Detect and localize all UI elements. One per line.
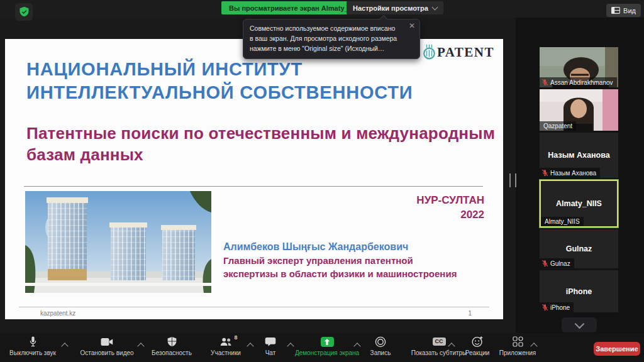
logo-patent-text: PATENT bbox=[437, 45, 494, 60]
author-name: Алимбеков Шыңғыс Жандарбекович bbox=[223, 240, 457, 254]
participant-tile-almaty-niis-active[interactable]: Almaty_NIIS Almaty_NIIS bbox=[540, 180, 618, 228]
zoom-meeting-window: Вы просматриваете экран Almaty_NIIS Наст… bbox=[0, 0, 644, 362]
participant-display-name: Almaty_NIIS bbox=[541, 199, 617, 208]
view-grid-icon bbox=[611, 7, 620, 14]
author-role-line2: экспертизы в области физики и машиностро… bbox=[223, 267, 457, 280]
slide-title: НАЦИОНАЛЬНЫЙ ИНСТИТУТ ИНТЕЛЛЕКТУАЛЬНОЙ С… bbox=[26, 58, 413, 104]
tooltip-close-icon[interactable]: ✕ bbox=[409, 22, 415, 30]
view-settings-button[interactable]: Настройки просмотра bbox=[347, 1, 443, 14]
mute-button[interactable]: Выключить звук bbox=[3, 336, 63, 356]
slide-divider-bottom bbox=[19, 307, 489, 307]
end-meeting-button[interactable]: Завершение bbox=[594, 342, 640, 356]
microphone-icon bbox=[28, 336, 38, 348]
participants-options-chevron[interactable] bbox=[247, 343, 253, 349]
slide-location-year: НУР-СУЛТАН 2022 bbox=[416, 194, 484, 222]
camera-icon bbox=[101, 337, 113, 346]
reactions-smiley-icon bbox=[472, 336, 484, 348]
meeting-toolbar: Выключить звук Остановить видео Безопасн… bbox=[0, 333, 644, 362]
participant-tile-iphone[interactable]: iPhone iPhone bbox=[540, 270, 618, 312]
participant-display-name: iPhone bbox=[540, 287, 618, 296]
stop-video-button[interactable]: Остановить видео bbox=[72, 336, 142, 356]
tooltip-text-line1: Совместно используемое содержимое вписан… bbox=[250, 24, 404, 34]
view-label: Вид bbox=[623, 7, 636, 14]
chat-icon bbox=[265, 337, 276, 347]
participant-tile-nazym[interactable]: Назым Аханова Назым Аханова bbox=[540, 133, 618, 178]
shield-check-icon bbox=[19, 6, 30, 18]
slide-page-number: 1 bbox=[468, 310, 472, 317]
collapse-participants-button[interactable] bbox=[562, 317, 597, 332]
participant-label: Gulnaz bbox=[540, 258, 574, 268]
participants-count-badge: 8 bbox=[234, 334, 237, 341]
view-settings-label: Настройки просмотра bbox=[353, 4, 428, 12]
muted-mic-icon bbox=[541, 169, 548, 177]
kazpatent-emblem-icon bbox=[423, 44, 436, 60]
record-icon bbox=[375, 336, 386, 348]
security-shield-icon bbox=[167, 336, 177, 348]
participant-tile-gulnaz[interactable]: Gulnaz Gulnaz bbox=[540, 229, 618, 268]
muted-mic-icon bbox=[541, 79, 548, 86]
building-image bbox=[25, 191, 211, 293]
slide-footer-site: kazpatent.kz bbox=[40, 310, 75, 317]
participant-tile-qazpatent[interactable]: Qazpatent bbox=[540, 89, 618, 131]
slide-subtitle: Патентные поиски по отечественным и межд… bbox=[26, 123, 495, 166]
author-role-line1: Главный эксперт управления патентной bbox=[223, 254, 457, 267]
participant-display-name: Назым Аханова bbox=[540, 151, 618, 160]
participant-label: Assan Abdirakhmanov bbox=[540, 77, 617, 87]
chevron-down-icon bbox=[431, 4, 438, 10]
slide-author-block: Алимбеков Шыңғыс Жандарбекович Главный э… bbox=[223, 240, 457, 280]
record-button[interactable]: Запись bbox=[363, 336, 398, 356]
security-shield-button[interactable] bbox=[15, 3, 33, 21]
participants-button[interactable]: 8 Участники bbox=[204, 336, 248, 356]
participant-tile-assan[interactable]: Assan Abdirakhmanov bbox=[540, 47, 618, 87]
participant-label: Almaty_NIIS bbox=[541, 217, 584, 226]
participant-display-name: Gulnaz bbox=[540, 244, 618, 253]
slide-divider-top bbox=[24, 186, 483, 187]
view-button[interactable]: Вид bbox=[606, 4, 641, 17]
share-screen-icon bbox=[321, 337, 334, 347]
participants-icon bbox=[220, 337, 232, 347]
apps-icon bbox=[513, 336, 523, 347]
security-button[interactable]: Безопасность bbox=[147, 336, 196, 356]
tooltip-text-line2: в ваш экран. Для просмотра исходного раз… bbox=[250, 34, 404, 44]
reactions-button[interactable]: Реакции bbox=[461, 336, 494, 356]
muted-mic-icon bbox=[541, 260, 548, 267]
fit-to-screen-tooltip: ✕ Совместно используемое содержимое впис… bbox=[243, 19, 420, 59]
closed-captions-icon: CC bbox=[433, 337, 446, 346]
participant-label: Назым Аханова bbox=[540, 168, 600, 178]
participant-label: Qazpatent bbox=[540, 121, 576, 131]
muted-mic-icon bbox=[541, 304, 548, 311]
chevron-down-icon bbox=[574, 319, 584, 329]
tooltip-text-line3: нажмите в меню "Original size" (Исходный… bbox=[250, 44, 404, 54]
chat-button[interactable]: Чат bbox=[255, 336, 286, 356]
participant-label: iPhone bbox=[540, 302, 574, 312]
panel-resize-handle[interactable] bbox=[509, 173, 516, 187]
shared-screen-slide: KAZ PATENT НАЦИОНАЛЬНЫЙ ИНСТИТУТ ИНТЕЛЛЕ… bbox=[5, 39, 503, 319]
